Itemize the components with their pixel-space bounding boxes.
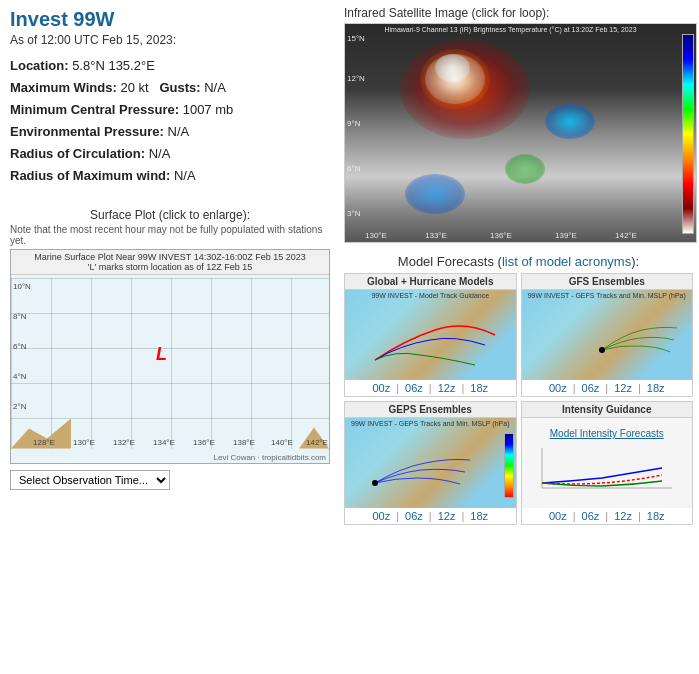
lon-134e: 134°E (153, 438, 175, 447)
satellite-colorbar (682, 34, 694, 234)
model-card-gfs: GFS Ensembles 99W INVEST - GEFS Tracks a… (521, 273, 694, 397)
model-img-gfs[interactable]: 99W INVEST - GEFS Tracks and Min. MSLP (… (522, 290, 693, 380)
model-intensity-inner: Model Intensity Forecasts (522, 418, 693, 508)
model-gfs-06z[interactable]: 06z (582, 382, 600, 394)
observation-select-container: Select Observation Time... (10, 470, 330, 490)
model-intensity-sub[interactable]: Model Intensity Forecasts (550, 428, 664, 439)
lat-2n: 2°N (13, 402, 26, 411)
model-global-sub: 99W INVEST - Model Track Guidance (345, 292, 516, 299)
model-global-06z[interactable]: 06z (405, 382, 423, 394)
model-img-geps[interactable]: 99W INVEST - GEPS Tracks and Min. MSLP (… (345, 418, 516, 508)
lon-142e: 142°E (306, 438, 328, 447)
model-geps-18z[interactable]: 18z (470, 510, 488, 522)
model-global-12z[interactable]: 12z (438, 382, 456, 394)
sat-lat-mid3: 6°N (347, 164, 360, 173)
model-gfs-00z[interactable]: 00z (549, 382, 567, 394)
model-intensity-18z[interactable]: 18z (647, 510, 665, 522)
surface-plot-title[interactable]: Surface Plot (click to enlarge): (10, 208, 330, 222)
lon-132e: 132°E (113, 438, 135, 447)
model-geps-links: 00z | 06z | 12z | 18z (345, 508, 516, 524)
lon-138e: 138°E (233, 438, 255, 447)
sat-lon-5: 142°E (615, 231, 637, 240)
model-geps-06z[interactable]: 06z (405, 510, 423, 522)
model-intensity-00z[interactable]: 00z (549, 510, 567, 522)
sat-lat-top: 15°N (347, 34, 365, 43)
model-intensity-12z[interactable]: 12z (614, 510, 632, 522)
model-gfs-links: 00z | 06z | 12z | 18z (522, 380, 693, 396)
model-section: Model Forecasts (list of model acronyms)… (344, 254, 693, 525)
satellite-sub-title: Himawari-9 Channel 13 (IR) Brightness Te… (345, 25, 676, 34)
sat-lon-2: 133°E (425, 231, 447, 240)
model-intensity-links: 00z | 06z | 12z | 18z (522, 508, 693, 524)
observation-select[interactable]: Select Observation Time... (10, 470, 170, 490)
storm-title: Invest 99W (10, 8, 330, 31)
map-grid (11, 278, 329, 449)
sat-lat-mid1: 12°N (347, 74, 365, 83)
lat-10n: 10°N (13, 282, 31, 291)
model-geps-sub: 99W INVEST - GEPS Tracks and Min. MSLP (… (345, 420, 516, 427)
model-map-geps: 99W INVEST - GEPS Tracks and Min. MSLP (… (345, 418, 516, 508)
model-card-global: Global + Hurricane Models 99W INVEST - M… (344, 273, 517, 397)
model-card-geps: GEPS Ensembles 99W INVEST - GEPS Tracks … (344, 401, 517, 525)
svg-point-0 (599, 347, 605, 353)
satellite-title[interactable]: Infrared Satellite Image (click for loop… (344, 6, 693, 20)
model-card-intensity-title: Intensity Guidance (522, 402, 693, 418)
model-geps-12z[interactable]: 12z (438, 510, 456, 522)
surface-plot-note: Note that the most recent hour may not b… (10, 224, 330, 246)
sat-lon-4: 139°E (555, 231, 577, 240)
lon-128e: 128°E (33, 438, 55, 447)
lat-4n: 4°N (13, 372, 26, 381)
model-gfs-18z[interactable]: 18z (647, 382, 665, 394)
sat-lon-1: 130°E (365, 231, 387, 240)
sat-lat-mid2: 9°N (347, 119, 360, 128)
model-map-gfs: 99W INVEST - GEFS Tracks and Min. MSLP (… (522, 290, 693, 380)
model-global-links: 00z | 06z | 12z | 18z (345, 380, 516, 396)
model-card-global-title: Global + Hurricane Models (345, 274, 516, 290)
model-map-global: 99W INVEST - Model Track Guidance (345, 290, 516, 380)
storm-details: Location: 5.8°N 135.2°E Maximum Winds: 2… (10, 55, 330, 188)
map-credit: Levi Cowan · tropicaltidbits.com (211, 452, 330, 463)
model-intensity-06z[interactable]: 06z (582, 510, 600, 522)
model-card-intensity: Intensity Guidance Model Intensity Forec… (521, 401, 694, 525)
map-title: Marine Surface Plot Near 99W INVEST 14:3… (11, 250, 329, 275)
model-grid: Global + Hurricane Models 99W INVEST - M… (344, 273, 693, 525)
svg-point-1 (372, 480, 378, 486)
model-global-18z[interactable]: 18z (470, 382, 488, 394)
model-img-intensity[interactable]: Model Intensity Forecasts (522, 418, 693, 508)
sat-lat-bot: 3°N (347, 209, 360, 218)
storm-l-marker: L (156, 345, 167, 363)
model-gfs-sub: 99W INVEST - GEFS Tracks and Min. MSLP (… (522, 292, 693, 299)
lon-140e: 140°E (271, 438, 293, 447)
model-card-gfs-title: GFS Ensembles (522, 274, 693, 290)
model-img-global[interactable]: 99W INVEST - Model Track Guidance (345, 290, 516, 380)
surface-map[interactable]: Marine Surface Plot Near 99W INVEST 14:3… (10, 249, 330, 464)
model-gfs-12z[interactable]: 12z (614, 382, 632, 394)
model-global-00z[interactable]: 00z (372, 382, 390, 394)
model-section-title: Model Forecasts (list of model acronyms)… (344, 254, 693, 269)
lon-136e: 136°E (193, 438, 215, 447)
storm-as-of: As of 12:00 UTC Feb 15, 2023: (10, 33, 330, 47)
satellite-image[interactable]: 15°N 12°N 9°N 6°N 3°N 130°E 133°E 136°E … (344, 23, 697, 243)
sat-lon-3: 136°E (490, 231, 512, 240)
lon-130e: 130°E (73, 438, 95, 447)
satellite-section: Infrared Satellite Image (click for loop… (344, 6, 693, 246)
lat-8n: 8°N (13, 312, 26, 321)
model-geps-00z[interactable]: 00z (372, 510, 390, 522)
model-card-geps-title: GEPS Ensembles (345, 402, 516, 418)
model-acronyms-link[interactable]: list of model acronyms (502, 254, 631, 269)
lat-6n: 6°N (13, 342, 26, 351)
